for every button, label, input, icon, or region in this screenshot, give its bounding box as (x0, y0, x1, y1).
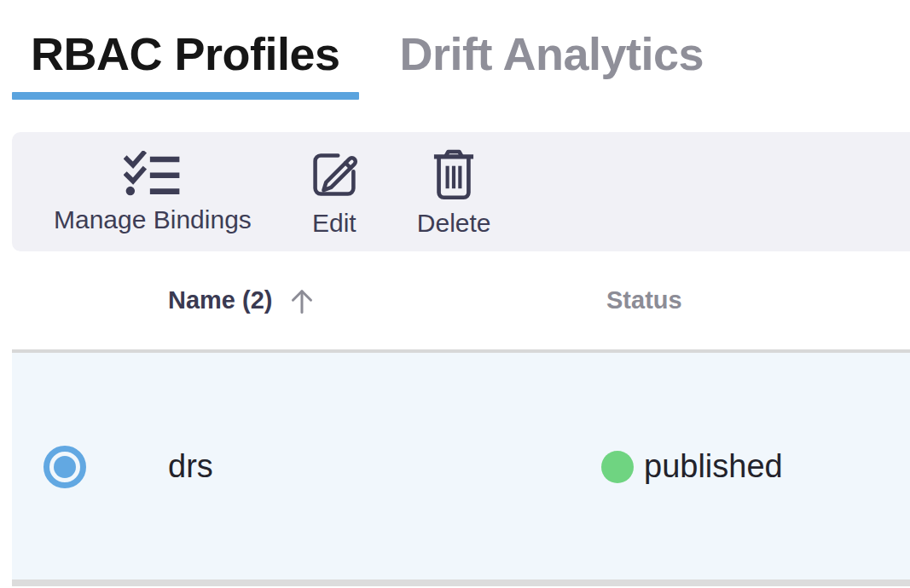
manage-bindings-label: Manage Bindings (54, 206, 252, 233)
edit-pencil-icon (307, 147, 362, 202)
row-radio-selected[interactable] (43, 446, 86, 488)
column-header-name-label: Name (2) (168, 286, 273, 314)
row-status-label: published (644, 448, 783, 485)
trash-icon (431, 147, 477, 202)
status-published-dot-icon (601, 451, 634, 483)
table-header: Name (2) Status (12, 251, 910, 353)
manage-bindings-button[interactable]: Manage Bindings (54, 151, 252, 233)
row-radio-dot (54, 456, 76, 478)
row-select-cell (12, 446, 118, 488)
horizontal-scrollbar[interactable] (12, 579, 910, 586)
edit-button[interactable]: Edit (307, 147, 362, 237)
row-name: drs (118, 448, 601, 485)
active-tab-underline (12, 92, 359, 100)
actions-toolbar: Manage Bindings Edit Delete (12, 132, 910, 251)
column-header-status[interactable]: Status (601, 286, 910, 314)
checklist-icon (124, 151, 182, 199)
tab-drift-analytics-label: Drift Analytics (381, 26, 723, 82)
tab-rbac-profiles-label: RBAC Profiles (12, 26, 359, 82)
tab-rbac-profiles[interactable]: RBAC Profiles (12, 26, 359, 100)
row-status: published (601, 448, 910, 485)
delete-button[interactable]: Delete (417, 147, 491, 237)
delete-label: Delete (417, 210, 491, 237)
sort-ascending-arrow-icon[interactable] (287, 285, 317, 316)
table-row[interactable]: drs published (12, 353, 910, 580)
column-header-name[interactable]: Name (2) (118, 285, 601, 316)
tab-drift-analytics[interactable]: Drift Analytics (381, 26, 723, 100)
edit-label: Edit (312, 210, 356, 237)
tab-bar: RBAC Profiles Drift Analytics (12, 0, 910, 100)
